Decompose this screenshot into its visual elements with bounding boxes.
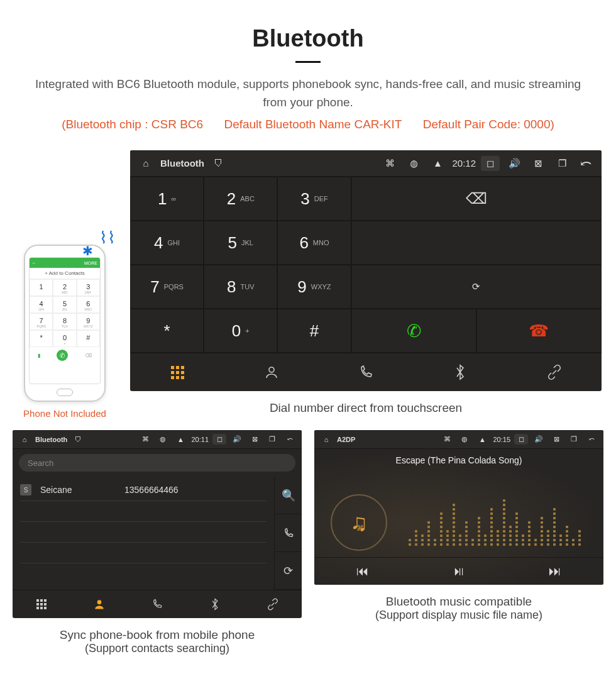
hangup-button[interactable]: ☎: [476, 309, 602, 353]
contact-row[interactable]: SSeicane13566664466: [20, 479, 267, 501]
recent-icon[interactable]: ❐: [553, 158, 571, 169]
camera-icon[interactable]: ◻: [481, 156, 500, 171]
location-icon: ◍: [458, 435, 471, 443]
contact-list: SSeicane13566664466: [13, 477, 274, 590]
nav-calls-button[interactable]: [319, 353, 413, 391]
nav-link-button[interactable]: [507, 353, 602, 391]
next-track-button[interactable]: ⏭: [507, 558, 603, 585]
music-title-label: A2DP: [337, 436, 355, 443]
refresh-button[interactable]: ⟳: [351, 265, 602, 309]
bluetooth-small-icon: ⌘: [356, 524, 364, 533]
music-status-bar: ⌂ A2DP ⌘ ◍ ▲ 20:15 ◻ 🔊 ⊠ ❐ ⤺: [314, 430, 603, 449]
phone-key-1: 1: [30, 279, 53, 296]
phone-not-included-label: Phone Not Included: [14, 408, 115, 419]
wifi-icon: ▲: [475, 436, 489, 443]
music-caption-line1: Bluetooth music compatible: [386, 595, 532, 608]
backspace-button[interactable]: ⌫: [351, 177, 602, 221]
wifi-icon: ▲: [173, 436, 187, 443]
nav-link-button[interactable]: [244, 590, 302, 618]
bluetooth-status-icon: ⌘: [440, 435, 454, 443]
contact-badge: S: [20, 484, 31, 495]
dial-key-#[interactable]: #: [277, 309, 351, 353]
dial-key-9[interactable]: 9WXYZ: [277, 265, 351, 309]
bluetooth-specs: (Bluetooth chip : CSR BC6 Default Blueto…: [0, 118, 616, 131]
dialer-time: 20:12: [452, 158, 476, 169]
dial-key-4[interactable]: 4GHI: [130, 221, 204, 265]
contacts-status-bar: ⌂ Bluetooth ⛉ ⌘ ◍ ▲ 20:11 ◻ 🔊 ⊠ ❐ ⤺: [13, 430, 302, 449]
empty-cell: [351, 221, 602, 265]
title-underline: [295, 61, 321, 63]
nav-calls-button[interactable]: [128, 590, 186, 618]
volume-icon[interactable]: 🔊: [505, 158, 524, 169]
dial-key-1[interactable]: 1∞: [130, 177, 204, 221]
location-icon: ◍: [156, 435, 170, 443]
contacts-headunit-wrap: ⌂ Bluetooth ⛉ ⌘ ◍ ▲ 20:11 ◻ 🔊 ⊠ ❐ ⤺ Sear…: [13, 430, 302, 659]
wifi-waves-icon: ⌇⌇: [99, 228, 116, 248]
nav-keypad-button[interactable]: [130, 353, 224, 391]
nav-bluetooth-button[interactable]: [186, 590, 244, 618]
phone-status-bar: ← MORE: [30, 258, 100, 268]
volume-icon[interactable]: 🔊: [532, 435, 546, 443]
contacts-caption: Sync phone-book from mobile phone (Suppo…: [13, 628, 302, 655]
phone-key-3: 3DEF: [77, 279, 100, 296]
close-icon[interactable]: ⊠: [529, 158, 547, 169]
prev-track-button[interactable]: ⏮: [314, 558, 410, 585]
call-button[interactable]: ✆: [351, 309, 476, 353]
music-caption: Bluetooth music compatible (Support disp…: [314, 595, 603, 622]
phone-key-#: #: [77, 330, 100, 347]
home-icon[interactable]: ⌂: [136, 158, 155, 169]
dial-key-3[interactable]: 3DEF: [277, 177, 351, 221]
dial-key-0[interactable]: 0+: [204, 309, 277, 353]
phone-key-2: 2ABC: [53, 279, 76, 296]
volume-icon[interactable]: 🔊: [230, 435, 244, 443]
recent-icon[interactable]: ❐: [567, 435, 581, 443]
track-name: Escape (The Pina Colada Song): [314, 449, 603, 472]
phone-key-6: 6MNO: [77, 296, 100, 313]
music-note-icon: ♫⌘: [350, 509, 368, 536]
recent-icon[interactable]: ❐: [265, 435, 279, 443]
side-call-button[interactable]: [274, 514, 302, 552]
dial-key-5[interactable]: 5JKL: [204, 221, 277, 265]
nav-contacts-button[interactable]: [224, 353, 319, 391]
bluetooth-status-icon: ⌘: [138, 435, 152, 443]
bluetooth-status-icon: ⌘: [380, 158, 399, 169]
home-icon[interactable]: ⌂: [18, 436, 31, 443]
phone-video-icon: ▮: [38, 353, 40, 358]
close-icon[interactable]: ⊠: [248, 435, 261, 443]
side-search-button[interactable]: 🔍: [274, 477, 302, 514]
back-icon[interactable]: ⤺: [283, 435, 297, 443]
music-time: 20:15: [493, 436, 510, 443]
nav-keypad-button[interactable]: [13, 590, 70, 618]
search-input[interactable]: Search: [19, 454, 295, 472]
music-caption-line2: (Support display music file name): [314, 609, 603, 622]
play-pause-button[interactable]: ⏯: [410, 558, 507, 585]
dial-key-2[interactable]: 2ABC: [204, 177, 277, 221]
contacts-bottom-nav: [13, 590, 302, 618]
dial-key-8[interactable]: 8TUV: [204, 265, 277, 309]
dial-key-*[interactable]: *: [130, 309, 204, 353]
back-arrow-icon: ←: [32, 261, 36, 265]
phone-key-5: 5JKL: [53, 296, 76, 313]
back-icon[interactable]: ⤺: [585, 435, 598, 443]
phone-home-button: [57, 389, 73, 396]
nav-contacts-button[interactable]: [70, 590, 128, 618]
music-controls: ⏮ ⏯ ⏭: [314, 557, 603, 585]
phone-delete-icon: ⌫: [85, 353, 92, 358]
back-icon[interactable]: ⤺: [576, 155, 595, 172]
side-refresh-button[interactable]: ⟳: [274, 552, 302, 590]
home-icon[interactable]: ⌂: [319, 436, 333, 443]
dialer-bottom-nav: [130, 353, 602, 391]
svg-point-1: [97, 600, 102, 604]
dial-key-6[interactable]: 6MNO: [277, 221, 351, 265]
camera-icon[interactable]: ◻: [212, 434, 226, 445]
phone-key-8: 8TUV: [53, 313, 76, 330]
dialer-title: Bluetooth: [160, 158, 204, 169]
phone-key-0: 0+: [53, 330, 76, 347]
contacts-caption-line1: Sync phone-book from mobile phone: [60, 628, 255, 641]
add-contacts-row: + Add to Contacts: [30, 268, 100, 279]
dial-key-7[interactable]: 7PQRS: [130, 265, 204, 309]
page-description: Integrated with BC6 Bluetooth module, su…: [0, 75, 616, 111]
camera-icon[interactable]: ◻: [514, 434, 528, 445]
nav-bluetooth-button[interactable]: [413, 353, 507, 391]
close-icon[interactable]: ⊠: [549, 435, 563, 443]
